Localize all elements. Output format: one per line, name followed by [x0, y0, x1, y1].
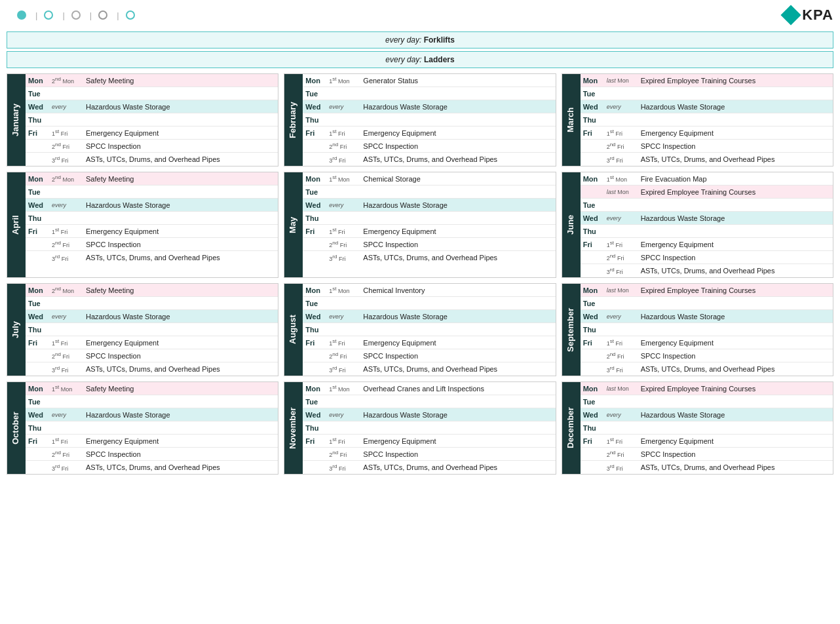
- month-row: 3rd FriASTs, UTCs, Drums, and Overhead P…: [26, 251, 278, 264]
- month-row: Fri1st FriEmergency Equipment: [26, 127, 278, 140]
- day-cell: [26, 368, 50, 370]
- month-block-november: NovemberMon1st MonOverhead Cranes and Li…: [284, 381, 556, 475]
- day-cell: Tue: [26, 397, 50, 407]
- day-cell: Fri: [303, 128, 328, 138]
- task-cell: Hazardous Waste Storage: [638, 410, 833, 420]
- task-cell: Hazardous Waste Storage: [360, 410, 555, 420]
- month-block-february: FebruaryMon1st MonGenerator StatusTueWed…: [284, 73, 556, 166]
- every-day-row: every day: Ladders: [7, 51, 833, 68]
- month-row: Thu: [26, 113, 278, 127]
- month-row: Mon1st MonOverhead Cranes and Lift Inspe…: [303, 382, 555, 395]
- day-cell: Mon: [26, 285, 50, 296]
- month-row: 3rd FriASTs, UTCs, Drums, and Overhead P…: [26, 461, 278, 474]
- ord-cell: 1st Mon: [328, 284, 360, 296]
- month-row: WedeveryHazardous Waste Storage: [26, 408, 278, 421]
- day-cell: Wed: [581, 102, 605, 112]
- task-cell: Overhead Cranes and Lift Inspections: [360, 383, 555, 394]
- ord-cell: [328, 92, 360, 95]
- month-row: 2nd FriSPCC Inspection: [26, 448, 278, 461]
- month-block-october: OctoberMon1st MonSafety MeetingTueWedeve…: [7, 381, 278, 475]
- month-row: Thu: [26, 212, 278, 225]
- day-cell: [26, 145, 50, 147]
- legend-daily: [17, 10, 29, 20]
- day-cell: [303, 243, 328, 246]
- day-cell: Thu: [581, 115, 605, 125]
- task-cell: [83, 427, 278, 429]
- day-cell: Wed: [581, 410, 605, 420]
- day-cell: Tue: [581, 88, 605, 99]
- day-cell: Mon: [581, 75, 605, 86]
- ord-cell: 1st Fri: [605, 337, 638, 348]
- day-cell: Fri: [26, 338, 50, 348]
- task-cell: ASTs, UTCs, Drums, and Overhead Pipes: [638, 462, 833, 473]
- annual-icon: [126, 10, 135, 20]
- day-cell: Thu: [26, 213, 50, 224]
- ord-cell: [50, 400, 83, 403]
- day-cell: Fri: [581, 239, 605, 250]
- ord-cell: [328, 400, 360, 403]
- month-row: 3rd FriASTs, UTCs, Drums, and Overhead P…: [581, 461, 833, 474]
- day-cell: Tue: [303, 88, 328, 99]
- task-cell: [638, 400, 833, 403]
- ord-cell: 3rd Fri: [50, 462, 83, 473]
- day-cell: Tue: [303, 397, 328, 407]
- month-row: Thu: [303, 212, 555, 225]
- ord-cell: 3rd Fri: [328, 252, 360, 263]
- day-cell: [581, 158, 605, 161]
- day-cell: Mon: [581, 383, 605, 394]
- task-cell: Emergency Equipment: [360, 436, 555, 446]
- day-cell: Tue: [303, 187, 328, 197]
- task-cell: [360, 191, 555, 193]
- ord-cell: [328, 328, 360, 331]
- month-label-august: August: [284, 284, 303, 376]
- task-cell: ASTs, UTCs, Drums, and Overhead Pipes: [638, 154, 833, 165]
- task-cell: Chemical Inventory: [360, 285, 555, 296]
- task-cell: [83, 191, 278, 193]
- day-cell: [26, 466, 50, 469]
- month-row: 2nd FriSPCC Inspection: [581, 349, 833, 362]
- ord-cell: [605, 400, 638, 403]
- ord-cell: 1st Mon: [328, 383, 360, 394]
- day-cell: [581, 191, 605, 193]
- task-cell: Hazardous Waste Storage: [360, 102, 555, 112]
- ord-cell: 2nd Fri: [50, 448, 83, 459]
- month-row: Tue: [581, 87, 833, 100]
- ord-cell: 2nd Fri: [328, 140, 360, 151]
- ord-cell: every: [50, 102, 83, 111]
- day-cell: Mon: [303, 174, 328, 184]
- task-cell: Safety Meeting: [83, 174, 278, 184]
- day-cell: [581, 145, 605, 147]
- ord-cell: 3rd Fri: [605, 154, 638, 165]
- day-cell: Wed: [581, 213, 605, 224]
- month-row: Fri1st FriEmergency Equipment: [26, 435, 278, 448]
- task-cell: SPCC Inspection: [360, 449, 555, 459]
- month-row: Fri1st FriEmergency Equipment: [303, 336, 555, 349]
- day-cell: [581, 453, 605, 456]
- month-row: Monlast MonExpired Employee Training Cou…: [581, 284, 833, 297]
- month-row: 3rd FriASTs, UTCs, Drums, and Overhead P…: [581, 362, 833, 376]
- day-cell: Thu: [581, 226, 605, 237]
- day-cell: Tue: [581, 298, 605, 309]
- day-cell: Mon: [303, 75, 328, 86]
- legend-annual: [126, 10, 138, 20]
- day-cell: Tue: [26, 187, 50, 197]
- day-cell: Wed: [303, 311, 328, 322]
- ord-cell: 3rd Fri: [328, 462, 360, 473]
- month-row: Tue: [581, 395, 833, 408]
- ord-cell: every: [50, 312, 83, 321]
- day-cell: Tue: [303, 298, 328, 309]
- month-row: WedeveryHazardous Waste Storage: [26, 310, 278, 323]
- month-row: Tue: [581, 199, 833, 212]
- day-cell: Wed: [303, 200, 328, 210]
- every-day-section: every day: Forkliftsevery day: Ladders: [7, 31, 833, 68]
- ord-cell: 1st Fri: [328, 225, 360, 237]
- daily-icon: [17, 10, 26, 20]
- task-cell: ASTs, UTCs, Drums, and Overhead Pipes: [360, 252, 555, 263]
- month-label-june: June: [562, 172, 581, 277]
- month-content-october: Mon1st MonSafety MeetingTueWedeveryHazar…: [26, 382, 278, 474]
- task-cell: [83, 328, 278, 331]
- day-cell: [303, 355, 328, 357]
- month-row: Mon2nd MonSafety Meeting: [26, 172, 278, 185]
- month-row: WedeveryHazardous Waste Storage: [26, 199, 278, 212]
- month-label-december: December: [562, 382, 581, 474]
